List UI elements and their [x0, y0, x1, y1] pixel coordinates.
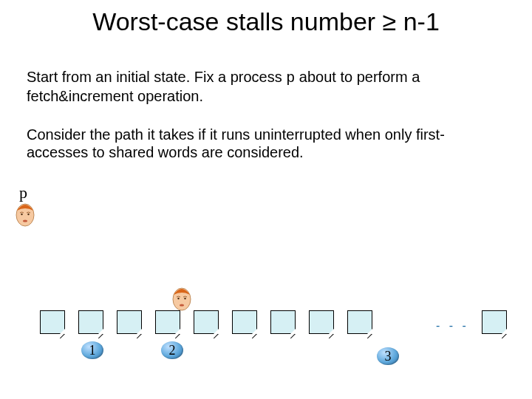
svg-point-5: [177, 298, 179, 299]
svg-point-1: [21, 214, 22, 215]
memory-cell: [482, 310, 507, 334]
memory-cell: [78, 310, 103, 334]
memory-cell: [194, 310, 219, 334]
process-p-label: p: [19, 183, 27, 202]
svg-point-3: [23, 219, 27, 222]
face-icon-top: [15, 203, 35, 227]
svg-point-6: [184, 298, 185, 299]
memory-cell: [232, 310, 257, 334]
memory-cell: [40, 310, 65, 334]
slide: Worst-case stalls number ≥ n-1 Start fro…: [0, 0, 532, 399]
memory-cell: [347, 310, 372, 334]
paragraph-1: Start from an initial state. Fix a proce…: [27, 68, 492, 105]
step-number-3: 3: [377, 347, 399, 365]
svg-point-2: [27, 214, 29, 215]
memory-cell: [309, 310, 334, 334]
step-number-2: 2: [161, 341, 183, 359]
memory-cell: [155, 310, 180, 334]
memory-cell: [117, 310, 142, 334]
face-icon-middle: [171, 287, 192, 311]
paragraph-2: Consider the path it takes if it runs un…: [27, 126, 499, 161]
para1-text-a: Start from an initial state. Fix a proce…: [27, 69, 286, 85]
memory-cell: [270, 310, 296, 334]
slide-title: Worst-case stalls number ≥ n-1: [0, 7, 532, 36]
svg-point-7: [180, 304, 184, 306]
para1-process-p: p: [286, 69, 295, 86]
ellipsis-dashes: - - -: [436, 319, 469, 332]
step-number-1: 1: [81, 341, 103, 359]
